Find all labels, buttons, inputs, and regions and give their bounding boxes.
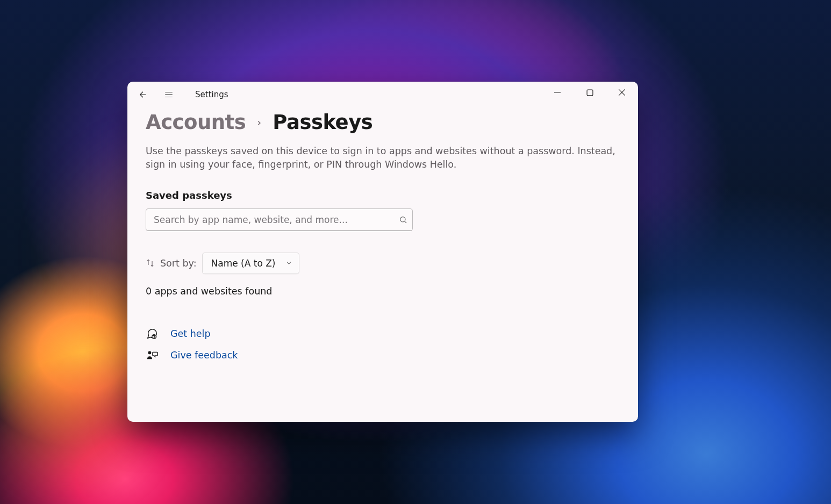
back-arrow-icon xyxy=(138,90,148,99)
close-button[interactable] xyxy=(606,82,638,103)
maximize-button[interactable] xyxy=(574,82,606,103)
page-description: Use the passkeys saved on this device to… xyxy=(146,145,619,171)
maximize-icon xyxy=(586,89,593,96)
feedback-icon xyxy=(146,349,159,361)
window-controls xyxy=(541,82,638,103)
back-button[interactable] xyxy=(132,82,154,107)
page-title: Passkeys xyxy=(273,111,372,134)
minimize-icon xyxy=(554,89,561,96)
sort-dropdown-value: Name (A to Z) xyxy=(211,258,276,269)
settings-window: Settings Accounts xyxy=(127,82,638,422)
give-feedback-row: Give feedback xyxy=(146,349,620,361)
chevron-down-icon xyxy=(285,260,292,267)
search-container xyxy=(146,208,413,231)
svg-rect-4 xyxy=(587,90,593,96)
sort-row: Sort by: Name (A to Z) xyxy=(146,253,620,274)
chevron-right-icon xyxy=(255,117,263,129)
minimize-button[interactable] xyxy=(541,82,574,103)
help-icon xyxy=(146,328,159,340)
sort-by-label: Sort by: xyxy=(160,258,197,269)
search-input[interactable] xyxy=(146,208,413,231)
close-icon xyxy=(619,89,625,96)
breadcrumb: Accounts Passkeys xyxy=(146,111,620,134)
sort-icon xyxy=(146,258,155,268)
app-title: Settings xyxy=(195,90,228,99)
results-count: 0 apps and websites found xyxy=(146,286,620,297)
get-help-row: Get help xyxy=(146,328,620,340)
saved-passkeys-heading: Saved passkeys xyxy=(146,190,620,201)
titlebar: Settings xyxy=(127,82,638,107)
breadcrumb-accounts-link[interactable]: Accounts xyxy=(146,111,246,134)
give-feedback-link[interactable]: Give feedback xyxy=(170,350,238,361)
get-help-link[interactable]: Get help xyxy=(170,328,211,339)
svg-point-10 xyxy=(154,337,154,338)
hamburger-icon xyxy=(164,90,174,99)
content-area: Accounts Passkeys Use the passkeys saved… xyxy=(127,107,638,422)
hamburger-menu-button[interactable] xyxy=(157,82,180,107)
svg-point-11 xyxy=(148,351,151,354)
sort-dropdown[interactable]: Name (A to Z) xyxy=(202,253,299,274)
